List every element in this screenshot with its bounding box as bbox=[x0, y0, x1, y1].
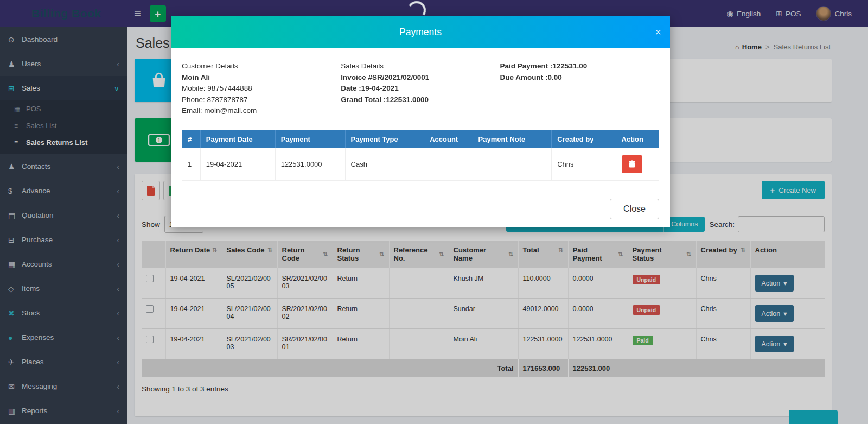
due-amount: Due Amount :0.00 bbox=[500, 72, 659, 84]
col-action: Action bbox=[616, 130, 659, 148]
col-created-by: Created by bbox=[552, 130, 616, 148]
payments-modal-footer: Close bbox=[171, 192, 670, 227]
customer-name: Moin Ali bbox=[182, 72, 341, 84]
cell-num: 1 bbox=[182, 148, 201, 181]
payments-modal-header: Payments × bbox=[171, 16, 670, 48]
grand-total: Grand Total :122531.0000 bbox=[341, 94, 500, 106]
payment-summary: Paid Payment :122531.00 Due Amount :0.00 bbox=[500, 61, 659, 117]
customer-mobile: Mobile: 98757444888 bbox=[182, 83, 341, 94]
delete-payment-button[interactable] bbox=[622, 155, 642, 173]
customer-details-heading: Customer Details bbox=[182, 61, 341, 72]
col-payment-type: Payment Type bbox=[345, 130, 424, 148]
cell-account bbox=[424, 148, 473, 181]
close-button[interactable]: Close bbox=[610, 199, 659, 219]
payment-row: 1 19-04-2021 122531.0000 Cash Chris bbox=[182, 148, 659, 181]
paid-payment: Paid Payment :122531.00 bbox=[500, 61, 659, 72]
payments-table: # Payment Date Payment Payment Type Acco… bbox=[182, 130, 659, 181]
trash-icon bbox=[629, 160, 635, 168]
customer-details: Customer Details Moin Ali Mobile: 987574… bbox=[182, 61, 341, 117]
cell-payment: 122531.0000 bbox=[275, 148, 345, 181]
sales-details: Sales Details Invoice #SR/2021/02/0001 D… bbox=[341, 61, 500, 117]
cell-payment-type: Cash bbox=[345, 148, 424, 181]
invoice-date: Date :19-04-2021 bbox=[341, 83, 500, 94]
cell-created-by: Chris bbox=[552, 148, 616, 181]
customer-email: Email: moin@mail.com bbox=[182, 105, 341, 117]
invoice-number: Invoice #SR/2021/02/0001 bbox=[341, 72, 500, 84]
col-num: # bbox=[182, 130, 201, 148]
col-account: Account bbox=[424, 130, 473, 148]
modal-title: Payments bbox=[399, 27, 442, 38]
close-icon[interactable]: × bbox=[655, 26, 661, 39]
col-payment-date: Payment Date bbox=[200, 130, 275, 148]
sales-details-heading: Sales Details bbox=[341, 61, 500, 72]
payments-modal: Payments × Customer Details Moin Ali Mob… bbox=[171, 16, 670, 227]
customer-phone: Phone: 8787878787 bbox=[182, 94, 341, 106]
cell-payment-date: 19-04-2021 bbox=[200, 148, 275, 181]
cell-payment-note bbox=[473, 148, 552, 181]
col-payment: Payment bbox=[275, 130, 345, 148]
payments-header-row: # Payment Date Payment Payment Type Acco… bbox=[182, 130, 659, 148]
col-payment-note: Payment Note bbox=[473, 130, 552, 148]
